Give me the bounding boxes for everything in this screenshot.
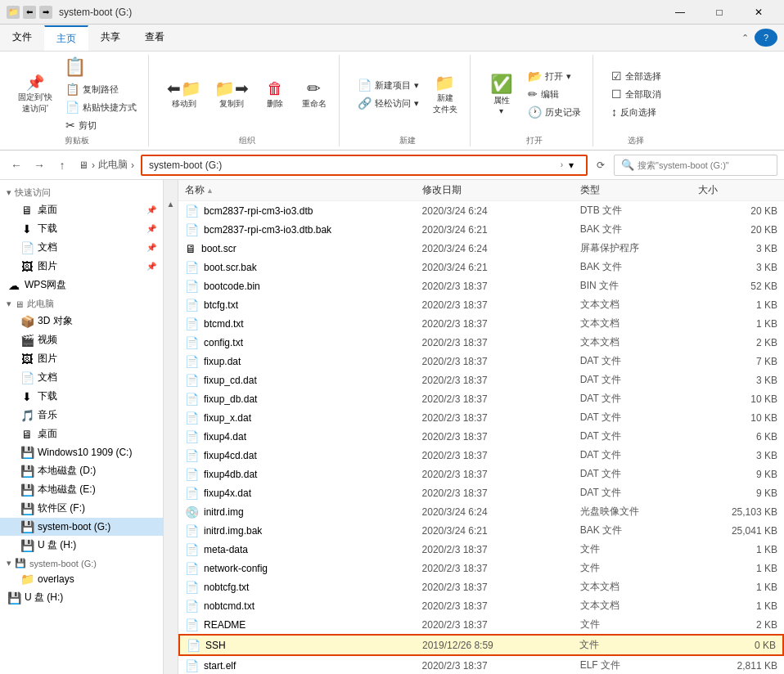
sidebar-item-c[interactable]: 💾 Windows10 1909 (C:) [0,443,163,461]
file-icon: 📄 [185,280,199,293]
sidebar-item-g[interactable]: 💾 system-boot (G:) [0,518,163,536]
quick-access-section[interactable]: ▾ 快速访问 [0,183,163,200]
table-row[interactable]: 📄 fixup_cd.dat 2020/2/3 18:37 DAT 文件 3 K… [178,371,784,389]
table-row[interactable]: 💿 initrd.img 2020/3/24 6:24 光盘映像文件 25,10… [178,502,784,521]
table-row[interactable]: 📄 btcmd.txt 2020/2/3 18:37 文本文档 1 KB [178,314,784,333]
table-row[interactable]: 📄 config.txt 2020/2/3 18:37 文本文档 2 KB [178,333,784,352]
table-row[interactable]: 📄 fixup_x.dat 2020/2/3 18:37 DAT 文件 10 K… [178,408,784,427]
sidebar-item-pictures[interactable]: 🖼 图片 📌 [0,257,163,276]
select-all-button[interactable]: ☑ 全部选择 [606,68,666,84]
address-dropdown[interactable]: ▾ [563,160,579,171]
sidebar-item-f[interactable]: 💾 软件区 (F:) [0,499,163,518]
table-row[interactable]: 📄 bcm2837-rpi-cm3-io3.dtb.bak 2020/3/24 … [178,220,784,239]
delete-button[interactable]: 🗑 删除 [257,76,293,113]
close-button[interactable]: ✕ [740,0,777,25]
column-size[interactable]: 大小 [698,183,777,197]
sidebar-item-documents[interactable]: 📄 文档 [0,368,163,387]
table-row[interactable]: 📄 bcm2837-rpi-cm3-io3.dtb 2020/3/24 6:24… [178,201,784,220]
table-row[interactable]: 📄 btcfg.txt 2020/2/3 18:37 文本文档 1 KB [178,295,784,314]
cut-button[interactable]: ✂ 剪切 [61,117,142,133]
sidebar-item-downloads[interactable]: ⬇ 下载 📌 [0,219,163,238]
tab-view[interactable]: 查看 [133,25,177,51]
table-row[interactable]: 📄 initrd.img.bak 2020/3/24 6:21 BAK 文件 2… [178,521,784,540]
properties-button[interactable]: ✅ 属性 ▾ [484,70,520,119]
table-row[interactable]: 📄 network-config 2020/2/3 18:37 文件 1 KB [178,559,784,577]
systemboot-section[interactable]: ▾ 💾 system-boot (G:) [0,555,163,570]
column-name[interactable]: 名称 ▲ [185,183,422,197]
table-row[interactable]: 📄 nobtcmd.txt 2020/2/3 18:37 文本文档 1 KB [178,596,784,615]
easy-access-button[interactable]: 🔗 轻松访问 ▾ [353,95,424,111]
pin-quickaccess-button[interactable]: 📌 固定到'快 速访问' [13,70,57,118]
new-item-button[interactable]: 📄 新建项目 ▾ [353,77,424,93]
sidebar-item-desktop[interactable]: 🖥 桌面 📌 [0,200,163,219]
table-row[interactable]: 📄 boot.scr.bak 2020/3/24 6:21 BAK 文件 3 K… [178,258,784,276]
sidebar-item-overlays[interactable]: 📁 overlays [0,570,163,588]
file-size: 9 KB [698,469,777,480]
file-date: 2020/2/3 18:37 [422,281,580,292]
table-row[interactable]: 📄 nobtcfg.txt 2020/2/3 18:37 文本文档 1 KB [178,577,784,596]
sidebar-item-h[interactable]: 💾 U 盘 (H:) [0,536,163,555]
address-bar[interactable]: system-boot (G:) › ▾ [141,155,588,176]
column-date[interactable]: 修改日期 [422,183,580,197]
table-row[interactable]: 📄 bootcode.bin 2020/2/3 18:37 BIN 文件 52 … [178,276,784,295]
sidebar-item-3d[interactable]: 📦 3D 对象 [0,312,163,330]
sidebar-item-wps[interactable]: ☁ WPS网盘 [0,276,163,294]
table-row[interactable]: 📄 fixup4db.dat 2020/2/3 18:37 DAT 文件 9 K… [178,465,784,483]
sidebar-item-music[interactable]: 🎵 音乐 [0,406,163,425]
table-row[interactable]: 📄 fixup.dat 2020/2/3 18:37 DAT 文件 7 KB [178,352,784,371]
back-button[interactable]: ← [7,155,26,175]
file-size: 25,041 KB [698,525,777,537]
new-folder-button[interactable]: 📁 新建 文件夹 [427,70,463,119]
table-row[interactable]: 📄 fixup4x.dat 2020/2/3 18:37 DAT 文件 9 KB [178,483,784,502]
copy-path-icon: 📋 [65,83,79,96]
pin-desktop: 📌 [146,205,156,214]
open-button[interactable]: 📂 打开 ▾ [523,68,586,84]
sidebar-item-pics[interactable]: 🖼 图片 [0,349,163,368]
move-to-button[interactable]: ⬅📁 移动到 [162,75,206,113]
sidebar-item-d[interactable]: 💾 本地磁盘 (D:) [0,461,163,480]
maximize-button[interactable]: □ [701,0,738,25]
ribbon-collapse-button[interactable]: ⌃ [735,28,755,47]
search-input[interactable] [638,160,752,170]
forward-button[interactable]: → [29,155,49,175]
up-button[interactable]: ↑ [52,155,72,175]
table-row[interactable]: 📄 fixup4cd.dat 2020/2/3 18:37 DAT 文件 3 K… [178,446,784,465]
refresh-button[interactable]: ⟳ [591,155,611,175]
sidebar-item-udisk[interactable]: 💾 U 盘 (H:) [0,588,163,607]
tab-home[interactable]: 主页 [44,25,88,51]
sidebar-item-desk[interactable]: 🖥 桌面 [0,425,163,443]
rename-button[interactable]: ✏ 重命名 [296,75,332,113]
table-row[interactable]: 📄 fixup4.dat 2020/2/3 18:37 DAT 文件 6 KB [178,427,784,446]
table-row[interactable]: 📄 SSH 2019/12/26 8:59 文件 0 KB [178,634,784,656]
paste-shortcut-button[interactable]: 📄 粘贴快捷方式 [61,99,142,115]
table-row[interactable]: 📄 fixup_db.dat 2020/2/3 18:37 DAT 文件 10 … [178,389,784,408]
copy-to-button[interactable]: 📁➡ 复制到 [210,75,254,113]
sidebar-item-e[interactable]: 💾 本地磁盘 (E:) [0,480,163,499]
file-icon: 📄 [185,430,199,443]
help-button[interactable]: ? [755,29,777,47]
thispc-section[interactable]: ▾ 🖥 此电脑 [0,294,163,312]
copy-button[interactable]: 📋 [61,55,142,79]
minimize-button[interactable]: — [661,0,699,25]
sidebar-item-docs[interactable]: 📄 文档 📌 [0,238,163,257]
column-type[interactable]: 类型 [580,183,699,197]
table-row[interactable]: 📄 meta-data 2020/2/3 18:37 文件 1 KB [178,540,784,559]
col-size-label: 大小 [698,183,718,197]
table-row[interactable]: 📄 README 2020/2/3 18:37 文件 2 KB [178,615,784,634]
file-type: 文本文档 [580,335,699,349]
sidebar-item-dl[interactable]: ⬇ 下载 [0,387,163,406]
history-button[interactable]: 🕐 历史记录 [523,104,586,120]
tab-file[interactable]: 文件 [0,25,44,51]
e-drive-label: 本地磁盘 (E:) [38,483,156,497]
open-arrow: ▾ [566,71,571,82]
invert-select-button[interactable]: ↕ 反向选择 [606,104,666,120]
copy-path-button[interactable]: 📋 复制路径 [61,81,142,97]
file-date: 2020/2/3 18:37 [422,299,580,311]
table-row[interactable]: 📄 start.elf 2020/2/3 18:37 ELF 文件 2,811 … [178,656,784,674]
table-row[interactable]: 🖥 boot.scr 2020/3/24 6:24 屏幕保护程序 3 KB [178,239,784,258]
edit-button[interactable]: ✏ 编辑 [523,86,586,102]
sidebar-item-video[interactable]: 🎬 视频 [0,330,163,349]
file-icon: 📄 [185,581,199,594]
tab-share[interactable]: 共享 [88,25,133,51]
deselect-all-button[interactable]: ☐ 全部取消 [606,86,666,102]
